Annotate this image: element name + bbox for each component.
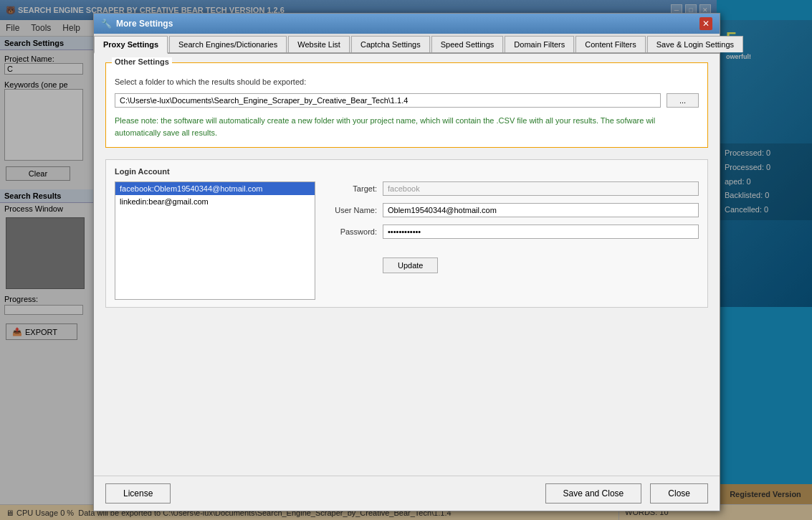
username-group: User Name: <box>327 203 699 217</box>
password-label: Password: <box>327 227 377 236</box>
more-settings-modal: 🔧 More Settings ✕ Proxy Settings Search … <box>93 13 720 511</box>
folder-input-row: ... <box>115 93 699 108</box>
save-close-button[interactable]: Save and Close <box>545 483 642 504</box>
tab-website-list[interactable]: Website List <box>288 36 350 52</box>
password-input[interactable] <box>383 224 699 239</box>
modal-title: More Settings <box>116 19 173 29</box>
modal-tabs: Proxy Settings Search Engines/Dictionari… <box>94 34 720 54</box>
target-label: Target: <box>327 184 377 193</box>
login-account-section: Login Account facebook:Oblem19540344@hot… <box>105 159 708 308</box>
close-button[interactable]: Close <box>650 483 708 504</box>
password-group: Password: <box>327 224 699 239</box>
account-item-facebook[interactable]: facebook:Oblem19540344@hotmail.com <box>115 182 315 195</box>
update-button[interactable]: Update <box>383 257 438 273</box>
modal-content: Other Settings Select a folder to which … <box>94 54 720 476</box>
tab-speed[interactable]: Speed Settings <box>431 36 504 52</box>
username-input[interactable] <box>383 203 699 217</box>
target-group: Target: <box>327 181 699 196</box>
target-input[interactable] <box>383 181 699 196</box>
account-item-linkedin[interactable]: linkedin:bear@gmail.com <box>115 195 315 208</box>
login-section-title: Login Account <box>115 167 699 176</box>
other-settings-title: Other Settings <box>112 57 172 66</box>
modal-footer: License Save and Close Close <box>94 476 720 511</box>
account-list[interactable]: facebook:Oblem19540344@hotmail.com linke… <box>115 181 315 300</box>
browse-button[interactable]: ... <box>667 93 699 108</box>
login-fields: Target: User Name: Password: Update <box>327 181 699 300</box>
tab-save-login[interactable]: Save & Login Settings <box>647 36 743 52</box>
modal-titlebar: 🔧 More Settings ✕ <box>94 14 720 34</box>
other-settings-box: Other Settings Select a folder to which … <box>105 62 708 148</box>
note-text: Please note: the software will automatic… <box>115 115 699 138</box>
tab-domain[interactable]: Domain Filters <box>505 36 574 52</box>
folder-label: Select a folder to which the results sho… <box>115 77 306 86</box>
folder-row: Select a folder to which the results sho… <box>115 77 699 86</box>
tab-proxy[interactable]: Proxy Settings <box>94 36 168 54</box>
license-button[interactable]: License <box>105 483 171 504</box>
tab-captcha[interactable]: Captcha Settings <box>351 36 430 52</box>
username-label: User Name: <box>327 206 377 214</box>
folder-path-input[interactable] <box>115 93 661 108</box>
modal-close-button[interactable]: ✕ <box>699 17 712 30</box>
tab-search-engines[interactable]: Search Engines/Dictionaries <box>169 36 287 52</box>
tab-content[interactable]: Content Filters <box>575 36 646 52</box>
modal-icon: 🔧 <box>101 19 112 29</box>
